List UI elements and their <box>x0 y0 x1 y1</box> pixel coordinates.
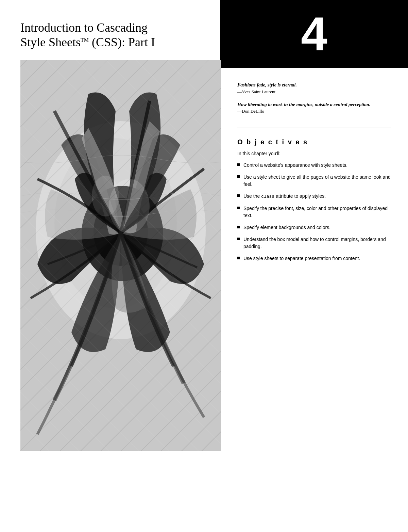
chapter-header: 4 <box>220 0 408 68</box>
quote2-attribution: —Don DeLillo <box>237 109 391 114</box>
right-column: 4 Fashions fade, style is eternal. —Yves… <box>220 0 408 532</box>
cover-image <box>20 60 221 451</box>
list-item: Use the class attribute to apply styles. <box>237 193 391 200</box>
svg-point-4 <box>94 198 148 266</box>
quotes-section: Fashions fade, style is eternal. —Yves S… <box>237 82 391 114</box>
objective-text: Understand the box model and how to cont… <box>243 236 391 250</box>
bullet-icon <box>237 238 240 240</box>
chapter-title: Introduction to Cascading Style SheetsTM… <box>20 20 207 50</box>
objective-text: Control a website's appearance with styl… <box>243 162 391 169</box>
quote1-text: Fashions fade, style is eternal. <box>237 82 391 88</box>
svg-rect-0 <box>20 60 221 451</box>
chapter-title-line2: Style Sheets <box>20 35 81 49</box>
list-item: Control a website's appearance with styl… <box>237 162 391 169</box>
page-layout: Introduction to Cascading Style SheetsTM… <box>0 0 408 532</box>
chapter-title-tm: TM <box>81 37 89 43</box>
cover-art-svg <box>20 60 221 451</box>
objective-text: Use style sheets to separate presentatio… <box>243 255 391 262</box>
svg-point-3 <box>82 186 163 281</box>
svg-point-6 <box>92 176 119 216</box>
list-item: Use a style sheet to give all the pages … <box>237 174 391 188</box>
bullet-icon <box>237 257 240 259</box>
list-item: Specify the precise font, size, color an… <box>237 205 391 219</box>
svg-point-2 <box>54 138 177 308</box>
objective-text: Specify the precise font, size, color an… <box>243 205 391 219</box>
objectives-section: O b j e c t i v e s In this chapter you'… <box>237 138 391 262</box>
bullet-icon <box>237 194 240 197</box>
bullet-icon <box>237 207 240 209</box>
cover-image-inner <box>20 60 221 451</box>
bullet-icon <box>237 175 240 178</box>
objective-text: Use a style sheet to give all the pages … <box>243 174 391 188</box>
bullet-icon <box>237 163 240 166</box>
chapter-title-line1: Introduction to Cascading <box>20 21 148 34</box>
quote2-block: How liberating to work in the margins, o… <box>237 101 391 114</box>
list-item: Use style sheets to separate presentatio… <box>237 255 391 262</box>
objectives-list: Control a website's appearance with styl… <box>237 162 391 262</box>
svg-point-1 <box>36 121 206 339</box>
list-item: Understand the box model and how to cont… <box>237 236 391 250</box>
bullet-icon <box>237 226 240 228</box>
objective-text: Use the class attribute to apply styles. <box>243 193 391 200</box>
chapter-title-line3: (CSS): Part I <box>89 35 155 49</box>
quote1-attribution: —Yves Saint Laurent <box>237 89 391 95</box>
list-item: Specify element backgrounds and colors. <box>237 224 391 231</box>
objectives-intro: In this chapter you'll: <box>237 151 391 156</box>
left-column: Introduction to Cascading Style SheetsTM… <box>0 0 220 532</box>
objective-text: Specify element backgrounds and colors. <box>243 224 391 231</box>
quote2-text: How liberating to work in the margins, o… <box>237 101 391 108</box>
svg-point-5 <box>109 179 150 233</box>
divider <box>237 128 391 128</box>
objectives-title: O b j e c t i v e s <box>237 138 391 146</box>
quote1-block: Fashions fade, style is eternal. —Yves S… <box>237 82 391 95</box>
right-content: Fashions fade, style is eternal. —Yves S… <box>220 68 408 532</box>
chapter-number: 4 <box>301 10 327 58</box>
